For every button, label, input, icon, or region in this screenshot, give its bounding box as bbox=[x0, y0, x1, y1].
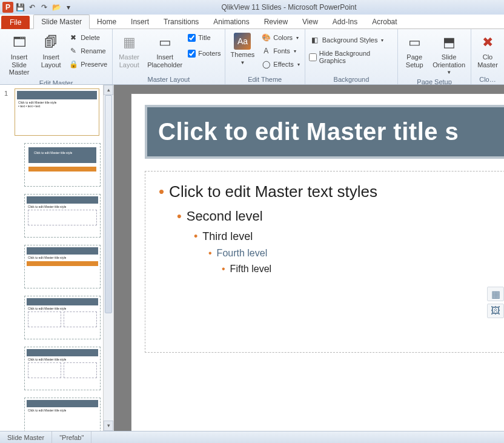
colors-button[interactable]: 🎨Colors▾ bbox=[260, 32, 300, 44]
insert-placeholder-button[interactable]: ▭ Insert Placeholder bbox=[145, 32, 184, 70]
effects-button[interactable]: ◯Effects▾ bbox=[260, 58, 300, 70]
close-master-label: Clo Master bbox=[477, 53, 498, 68]
chevron-down-icon: ▾ bbox=[294, 48, 296, 54]
master-title-placeholder[interactable]: Click to edit Master title s bbox=[145, 105, 504, 159]
thumbnail-title: Click to edit Master title style bbox=[28, 205, 97, 208]
picture-icon[interactable]: 🖼 bbox=[487, 304, 504, 318]
fonts-icon: A bbox=[261, 46, 271, 56]
orientation-icon: ⬒ bbox=[439, 33, 459, 52]
insert-layout-label: Insert Layout bbox=[41, 53, 61, 68]
group-background-label: Background bbox=[309, 74, 394, 83]
thumbnail-layout[interactable]: Click to edit Master title style bbox=[24, 296, 101, 339]
workspace: 1 Click to edit Master title style • tex… bbox=[0, 85, 504, 431]
scroll-up-icon[interactable]: ▴ bbox=[104, 85, 113, 95]
fonts-button[interactable]: AFonts▾ bbox=[260, 45, 300, 57]
insert-layout-icon: 🗐 bbox=[41, 33, 61, 52]
tab-slide-master[interactable]: Slide Master bbox=[33, 15, 90, 29]
thumbnail-list[interactable]: Click to edit Master title style • text … bbox=[12, 85, 103, 431]
delete-button[interactable]: ✖Delete bbox=[67, 32, 108, 44]
thumbnail-layout[interactable]: Click to edit Master title style bbox=[24, 143, 101, 187]
tab-transitions[interactable]: Transitions bbox=[156, 15, 206, 28]
title-checkbox[interactable]: Title bbox=[188, 32, 220, 44]
background-styles-button[interactable]: ◧Background Styles▾ bbox=[309, 34, 394, 46]
master-body-placeholder[interactable]: •Click to edit Master text styles •Secon… bbox=[145, 171, 504, 353]
bullet-icon: • bbox=[159, 184, 164, 199]
save-icon[interactable]: 💾 bbox=[15, 2, 25, 13]
bullet-icon: • bbox=[222, 264, 225, 274]
thumbnail-layout[interactable]: Click to edit Master title style bbox=[24, 245, 101, 288]
scroll-down-icon[interactable]: ▾ bbox=[104, 421, 113, 431]
body-level2: Second level bbox=[187, 208, 263, 224]
delete-icon: ✖ bbox=[68, 33, 78, 42]
tab-review[interactable]: Review bbox=[257, 15, 295, 28]
group-close: ✖ Clo Master Clo… bbox=[471, 29, 504, 84]
themes-icon: Aa bbox=[234, 33, 251, 50]
themes-label: Themes bbox=[231, 51, 255, 59]
effects-icon: ◯ bbox=[261, 59, 271, 69]
thumbnail-title: Click to edit Master title style bbox=[34, 151, 72, 155]
file-tab[interactable]: File bbox=[1, 16, 30, 29]
group-master-layout: ▦ Master Layout ▭ Insert Placeholder Tit… bbox=[113, 29, 225, 84]
tab-home[interactable]: Home bbox=[90, 15, 124, 28]
preserve-button[interactable]: 🔒Preserve bbox=[67, 58, 108, 70]
tab-view[interactable]: View bbox=[295, 15, 325, 28]
body-level1: Click to edit Master text styles bbox=[169, 182, 377, 201]
status-view: Slide Master bbox=[0, 431, 52, 443]
preserve-label: Preserve bbox=[81, 61, 107, 68]
insert-slide-master-label: Insert Slide Master bbox=[5, 53, 33, 76]
table-icon[interactable]: ▦ bbox=[487, 287, 504, 301]
slide-orientation-button[interactable]: ⬒ Slide Orientation ▼ bbox=[431, 32, 467, 76]
rename-label: Rename bbox=[81, 47, 106, 55]
chevron-down-icon: ▾ bbox=[297, 62, 300, 67]
hide-background-checkbox[interactable]: Hide Background Graphics bbox=[309, 51, 394, 63]
thumbnail-layout[interactable]: Click to edit Master title style bbox=[24, 347, 101, 390]
body-level3: Third level bbox=[202, 230, 253, 243]
slide-edit-area[interactable]: Click to edit Master title s •Click to e… bbox=[114, 85, 504, 431]
colors-label: Colors bbox=[273, 34, 293, 41]
footers-checkbox[interactable]: Footers bbox=[188, 47, 220, 59]
thumbnail-body: • text • text • text bbox=[18, 104, 96, 108]
qat-dropdown-icon[interactable]: ▾ bbox=[63, 2, 74, 13]
orientation-label: Slide Orientation bbox=[433, 53, 465, 68]
scrollbar-thumb[interactable] bbox=[105, 95, 112, 313]
slide-canvas[interactable]: Click to edit Master title s •Click to e… bbox=[131, 93, 504, 431]
chevron-down-icon: ▼ bbox=[446, 70, 451, 75]
thumbnail-title: Click to edit Master title style bbox=[28, 358, 97, 361]
title-bar: P 💾 ↶ ↷ 📂 ▾ QlikView 11 Slides - Microso… bbox=[0, 0, 504, 15]
master-layout-icon: ▦ bbox=[119, 33, 139, 52]
insert-layout-button[interactable]: 🗐 Insert Layout bbox=[38, 32, 64, 70]
undo-icon[interactable]: ↶ bbox=[27, 2, 38, 13]
page-setup-button[interactable]: ▭ Page Setup bbox=[402, 32, 427, 70]
insert-slide-master-button[interactable]: 🗔 Insert Slide Master bbox=[4, 32, 35, 78]
thumbnail-layout-selected[interactable]: Click to edit Master title style bbox=[24, 194, 101, 238]
tab-acrobat[interactable]: Acrobat bbox=[365, 15, 404, 28]
thumbnail-layout[interactable]: Click to edit Master title style bbox=[24, 398, 101, 431]
thumbnail-scrollbar[interactable]: ▴ ▾ bbox=[103, 85, 113, 431]
group-edit-master: 🗔 Insert Slide Master 🗐 Insert Layout ✖D… bbox=[0, 29, 113, 84]
group-edit-theme-label: Edit Theme bbox=[229, 74, 301, 83]
bullet-icon: • bbox=[177, 210, 182, 223]
body-level5: Fifth level bbox=[230, 264, 271, 275]
tab-addins[interactable]: Add-Ins bbox=[325, 15, 365, 28]
thumbnail-master[interactable]: Click to edit Master title style • text … bbox=[15, 88, 99, 136]
tab-animations[interactable]: Animations bbox=[206, 15, 256, 28]
body-level4: Fourth level bbox=[217, 248, 268, 259]
app-icon: P bbox=[2, 2, 13, 13]
delete-label: Delete bbox=[81, 34, 100, 41]
status-theme: "Prefab" bbox=[52, 431, 91, 443]
chevron-down-icon: ▼ bbox=[240, 60, 245, 65]
background-styles-label: Background Styles bbox=[322, 36, 378, 44]
colors-icon: 🎨 bbox=[261, 33, 271, 42]
chevron-down-icon: ▾ bbox=[381, 38, 383, 43]
hide-background-label: Hide Background Graphics bbox=[319, 50, 394, 64]
close-master-button[interactable]: ✖ Clo Master bbox=[475, 32, 500, 70]
tab-insert[interactable]: Insert bbox=[124, 15, 156, 28]
redo-icon[interactable]: ↷ bbox=[39, 2, 50, 13]
themes-button[interactable]: Aa Themes ▼ bbox=[229, 32, 257, 67]
master-layout-button[interactable]: ▦ Master Layout bbox=[116, 32, 142, 70]
open-icon[interactable]: 📂 bbox=[51, 2, 62, 13]
content-placeholder-icons: ▦ 📊 ➤ 🖼 👤 🎞 bbox=[487, 287, 504, 318]
insert-placeholder-icon: ▭ bbox=[155, 33, 174, 52]
rename-button[interactable]: ✎Rename bbox=[67, 45, 108, 57]
slide-number: 1 bbox=[4, 90, 8, 97]
